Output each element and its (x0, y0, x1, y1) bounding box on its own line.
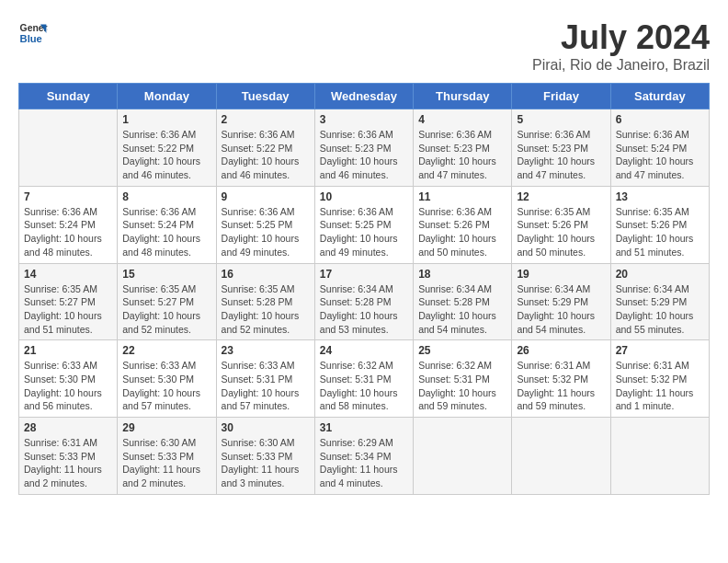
day-number: 12 (517, 190, 605, 203)
day-number: 31 (320, 421, 408, 434)
day-info: Sunrise: 6:30 AM Sunset: 5:33 PM Dayligh… (222, 436, 310, 490)
title-block: July 2024 Pirai, Rio de Janeiro, Brazil (532, 18, 710, 74)
calendar-week-2: 7Sunrise: 6:36 AM Sunset: 5:24 PM Daylig… (19, 186, 710, 263)
calendar-header: SundayMondayTuesdayWednesdayThursdayFrid… (19, 84, 710, 109)
day-info: Sunrise: 6:36 AM Sunset: 5:25 PM Dayligh… (222, 205, 310, 259)
calendar-cell: 31Sunrise: 6:29 AM Sunset: 5:34 PM Dayli… (314, 418, 413, 495)
calendar-cell: 25Sunrise: 6:32 AM Sunset: 5:31 PM Dayli… (414, 340, 512, 418)
day-info: Sunrise: 6:34 AM Sunset: 5:29 PM Dayligh… (616, 282, 704, 337)
day-info: Sunrise: 6:31 AM Sunset: 5:32 PM Dayligh… (616, 359, 704, 413)
header-cell-monday: Monday (118, 84, 216, 109)
subtitle: Pirai, Rio de Janeiro, Brazil (532, 57, 710, 74)
day-info: Sunrise: 6:36 AM Sunset: 5:23 PM Dayligh… (320, 128, 408, 182)
day-number: 27 (616, 344, 704, 357)
day-number: 21 (24, 344, 112, 357)
day-number: 18 (418, 268, 506, 281)
calendar-cell: 14Sunrise: 6:35 AM Sunset: 5:27 PM Dayli… (19, 263, 118, 340)
day-info: Sunrise: 6:33 AM Sunset: 5:30 PM Dayligh… (122, 359, 210, 413)
day-info: Sunrise: 6:30 AM Sunset: 5:33 PM Dayligh… (122, 436, 210, 490)
calendar-cell: 27Sunrise: 6:31 AM Sunset: 5:32 PM Dayli… (610, 340, 709, 418)
calendar-cell: 11Sunrise: 6:36 AM Sunset: 5:26 PM Dayli… (414, 186, 512, 263)
day-number: 29 (122, 421, 210, 434)
calendar-cell: 12Sunrise: 6:35 AM Sunset: 5:26 PM Dayli… (512, 186, 610, 263)
day-info: Sunrise: 6:35 AM Sunset: 5:26 PM Dayligh… (616, 205, 704, 259)
calendar-cell: 15Sunrise: 6:35 AM Sunset: 5:27 PM Dayli… (118, 263, 216, 340)
calendar-cell: 24Sunrise: 6:32 AM Sunset: 5:31 PM Dayli… (314, 340, 413, 418)
calendar-cell: 7Sunrise: 6:36 AM Sunset: 5:24 PM Daylig… (19, 186, 118, 263)
day-info: Sunrise: 6:35 AM Sunset: 5:28 PM Dayligh… (222, 282, 310, 337)
calendar-week-4: 21Sunrise: 6:33 AM Sunset: 5:30 PM Dayli… (19, 340, 710, 418)
day-number: 3 (320, 113, 408, 126)
page-header: General Blue July 2024 Pirai, Rio de Jan… (18, 18, 710, 74)
day-number: 4 (418, 113, 506, 126)
day-info: Sunrise: 6:36 AM Sunset: 5:22 PM Dayligh… (222, 128, 310, 182)
day-number: 26 (517, 344, 605, 357)
day-number: 1 (122, 113, 210, 126)
day-number: 28 (24, 421, 112, 434)
day-info: Sunrise: 6:36 AM Sunset: 5:24 PM Dayligh… (24, 205, 112, 259)
calendar-week-3: 14Sunrise: 6:35 AM Sunset: 5:27 PM Dayli… (19, 263, 710, 340)
day-info: Sunrise: 6:31 AM Sunset: 5:32 PM Dayligh… (517, 359, 605, 413)
calendar-cell: 4Sunrise: 6:36 AM Sunset: 5:23 PM Daylig… (414, 109, 512, 187)
header-cell-wednesday: Wednesday (314, 84, 413, 109)
logo-icon: General Blue (18, 18, 48, 48)
calendar-cell: 23Sunrise: 6:33 AM Sunset: 5:31 PM Dayli… (216, 340, 314, 418)
day-number: 15 (122, 268, 210, 281)
calendar-cell: 30Sunrise: 6:30 AM Sunset: 5:33 PM Dayli… (216, 418, 314, 495)
calendar-cell: 5Sunrise: 6:36 AM Sunset: 5:23 PM Daylig… (512, 109, 610, 187)
main-title: July 2024 (532, 18, 710, 57)
day-number: 22 (122, 344, 210, 357)
calendar-cell (512, 418, 610, 495)
calendar-cell: 22Sunrise: 6:33 AM Sunset: 5:30 PM Dayli… (118, 340, 216, 418)
day-number: 8 (122, 190, 210, 203)
day-info: Sunrise: 6:36 AM Sunset: 5:23 PM Dayligh… (517, 128, 605, 182)
day-number: 2 (222, 113, 310, 126)
calendar-cell: 20Sunrise: 6:34 AM Sunset: 5:29 PM Dayli… (610, 263, 709, 340)
calendar-cell: 6Sunrise: 6:36 AM Sunset: 5:24 PM Daylig… (610, 109, 709, 187)
day-number: 5 (517, 113, 605, 126)
day-info: Sunrise: 6:34 AM Sunset: 5:28 PM Dayligh… (418, 282, 506, 337)
calendar-cell: 10Sunrise: 6:36 AM Sunset: 5:25 PM Dayli… (314, 186, 413, 263)
logo: General Blue (18, 18, 48, 48)
day-info: Sunrise: 6:33 AM Sunset: 5:31 PM Dayligh… (222, 359, 310, 413)
day-number: 24 (320, 344, 408, 357)
day-number: 11 (418, 190, 506, 203)
header-cell-friday: Friday (512, 84, 610, 109)
calendar-cell: 3Sunrise: 6:36 AM Sunset: 5:23 PM Daylig… (314, 109, 413, 187)
calendar-cell (610, 418, 709, 495)
svg-text:Blue: Blue (20, 33, 42, 44)
calendar-cell: 13Sunrise: 6:35 AM Sunset: 5:26 PM Dayli… (610, 186, 709, 263)
day-info: Sunrise: 6:29 AM Sunset: 5:34 PM Dayligh… (320, 436, 408, 490)
header-cell-sunday: Sunday (19, 84, 118, 109)
calendar-cell: 18Sunrise: 6:34 AM Sunset: 5:28 PM Dayli… (414, 263, 512, 340)
day-info: Sunrise: 6:35 AM Sunset: 5:27 PM Dayligh… (122, 282, 210, 337)
day-number: 9 (222, 190, 310, 203)
day-info: Sunrise: 6:36 AM Sunset: 5:26 PM Dayligh… (418, 205, 506, 259)
day-info: Sunrise: 6:35 AM Sunset: 5:26 PM Dayligh… (517, 205, 605, 259)
day-info: Sunrise: 6:36 AM Sunset: 5:22 PM Dayligh… (122, 128, 210, 182)
calendar-week-1: 1Sunrise: 6:36 AM Sunset: 5:22 PM Daylig… (19, 109, 710, 187)
day-info: Sunrise: 6:34 AM Sunset: 5:29 PM Dayligh… (517, 282, 605, 337)
day-number: 14 (24, 268, 112, 281)
day-number: 17 (320, 268, 408, 281)
day-info: Sunrise: 6:35 AM Sunset: 5:27 PM Dayligh… (24, 282, 112, 337)
calendar-cell: 9Sunrise: 6:36 AM Sunset: 5:25 PM Daylig… (216, 186, 314, 263)
calendar-cell: 21Sunrise: 6:33 AM Sunset: 5:30 PM Dayli… (19, 340, 118, 418)
day-number: 20 (616, 268, 704, 281)
calendar-cell: 2Sunrise: 6:36 AM Sunset: 5:22 PM Daylig… (216, 109, 314, 187)
day-info: Sunrise: 6:36 AM Sunset: 5:23 PM Dayligh… (418, 128, 506, 182)
calendar-week-5: 28Sunrise: 6:31 AM Sunset: 5:33 PM Dayli… (19, 418, 710, 495)
calendar-cell (414, 418, 512, 495)
calendar-cell: 19Sunrise: 6:34 AM Sunset: 5:29 PM Dayli… (512, 263, 610, 340)
header-cell-tuesday: Tuesday (216, 84, 314, 109)
day-info: Sunrise: 6:33 AM Sunset: 5:30 PM Dayligh… (24, 359, 112, 413)
header-row: SundayMondayTuesdayWednesdayThursdayFrid… (19, 84, 710, 109)
calendar-table: SundayMondayTuesdayWednesdayThursdayFrid… (18, 83, 710, 495)
day-info: Sunrise: 6:32 AM Sunset: 5:31 PM Dayligh… (320, 359, 408, 413)
calendar-cell: 17Sunrise: 6:34 AM Sunset: 5:28 PM Dayli… (314, 263, 413, 340)
day-info: Sunrise: 6:32 AM Sunset: 5:31 PM Dayligh… (418, 359, 506, 413)
calendar-cell: 29Sunrise: 6:30 AM Sunset: 5:33 PM Dayli… (118, 418, 216, 495)
header-cell-thursday: Thursday (414, 84, 512, 109)
calendar-cell: 26Sunrise: 6:31 AM Sunset: 5:32 PM Dayli… (512, 340, 610, 418)
calendar-cell: 28Sunrise: 6:31 AM Sunset: 5:33 PM Dayli… (19, 418, 118, 495)
